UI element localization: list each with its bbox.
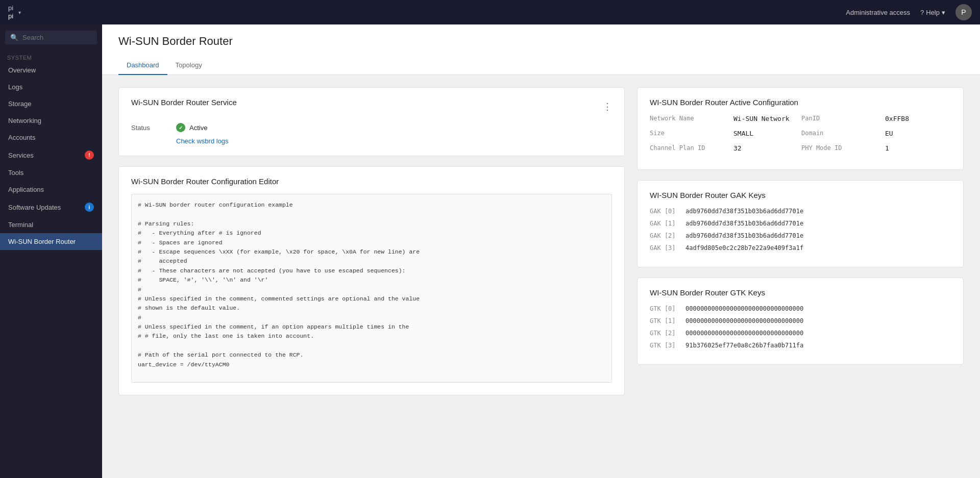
sidebar-item-label: Logs	[8, 83, 22, 91]
service-card-title: Wi-SUN Border Router Service	[131, 98, 237, 107]
gak-key-label: GAK [2]	[650, 232, 685, 239]
sidebar-item-accounts[interactable]: Accounts	[0, 129, 102, 146]
gak-key-row: GAK [3] 4adf9d805e0c2c28b7e22a9e409f3a1f	[650, 244, 951, 251]
config-editor-title: Wi-SUN Border Router Configuration Edito…	[131, 177, 612, 186]
gtk-keys-card: WI-SUN Border Router GTK Keys GTK [0] 00…	[637, 278, 964, 365]
gak-keys-title: WI-SUN Border Router GAK Keys	[650, 191, 951, 199]
config-row: Network Name Wi-SUN Network PanID 0xFFB8	[650, 115, 951, 122]
status-value: Active	[189, 124, 207, 132]
services-badge: !	[85, 150, 94, 160]
service-card-header: Wi-SUN Border Router Service ⋮	[131, 98, 612, 115]
gtk-key-row: GTK [2] 00000000000000000000000000000000	[650, 330, 951, 337]
gak-key-row: GAK [1] adb9760dd7d38f351b03b6ad6dd7701e	[650, 220, 951, 227]
gtk-key-label: GTK [0]	[650, 305, 685, 312]
config-textarea-wrapper	[131, 194, 612, 385]
gak-key-value: adb9760dd7d38f351b03b6ad6dd7701e	[685, 208, 803, 215]
help-button[interactable]: ? Help ▾	[920, 9, 945, 16]
avatar-letter: P	[961, 8, 966, 16]
tabs: Dashboard Topology	[118, 56, 964, 74]
help-icon: ?	[920, 9, 924, 16]
gtk-keys-list: GTK [0] 00000000000000000000000000000000…	[650, 305, 951, 349]
gtk-key-row: GTK [3] 91b376025ef77e0a8c26b7faa0b711fa	[650, 342, 951, 349]
sidebar-item-label: Wi-SUN Border Router	[8, 238, 76, 245]
search-input[interactable]	[22, 34, 92, 41]
gtk-key-value: 91b376025ef77e0a8c26b7faa0b711fa	[685, 342, 803, 349]
sidebar-item-label: Services	[8, 152, 34, 159]
content-body: Wi-SUN Border Router Service ⋮ Status Ac…	[102, 75, 980, 408]
sidebar-item-label: Tools	[8, 169, 23, 177]
sidebar-item-label: Terminal	[8, 221, 33, 229]
status-dot-icon	[176, 123, 185, 132]
gak-key-label: GAK [0]	[650, 208, 685, 215]
gak-key-label: GAK [1]	[650, 220, 685, 227]
help-label: Help	[926, 9, 940, 16]
config-key2: PHY Mode ID	[801, 144, 883, 152]
sidebar-item-tools[interactable]: Tools	[0, 164, 102, 181]
sidebar-item-services[interactable]: Services !	[0, 146, 102, 164]
config-key2: Domain	[801, 130, 883, 137]
gtk-key-row: GTK [0] 00000000000000000000000000000000	[650, 305, 951, 312]
sidebar-item-logs[interactable]: Logs	[0, 79, 102, 95]
gtk-key-value: 00000000000000000000000000000000	[685, 330, 803, 337]
config-value: SMALL	[733, 130, 799, 137]
sidebar-item-label: Overview	[8, 66, 36, 74]
avatar[interactable]: P	[955, 4, 972, 20]
sidebar-item-software-updates[interactable]: Software Updates i	[0, 198, 102, 216]
sidebar-item-overview[interactable]: Overview	[0, 62, 102, 79]
sidebar-section-system: System	[0, 51, 102, 62]
sidebar-item-storage[interactable]: Storage	[0, 95, 102, 112]
software-updates-badge: i	[85, 203, 94, 212]
gak-key-row: GAK [2] adb9760dd7d38f351b03b6ad6dd7701e	[650, 232, 951, 239]
gak-key-value: 4adf9d805e0c2c28b7e22a9e409f3a1f	[685, 244, 803, 251]
config-key2: PanID	[801, 115, 883, 122]
sidebar-item-networking[interactable]: Networking	[0, 112, 102, 129]
config-key: Size	[650, 130, 731, 137]
topbar: pi pi ▾ Administrative access ? Help ▾ P	[0, 0, 980, 24]
config-textarea[interactable]	[131, 194, 612, 383]
search-icon: 🔍	[10, 34, 18, 41]
config-key: Network Name	[650, 115, 731, 122]
gtk-key-label: GTK [2]	[650, 330, 685, 337]
main-content: Wi-SUN Border Router Dashboard Topology …	[102, 24, 980, 478]
service-menu-button[interactable]: ⋮	[603, 101, 612, 112]
check-logs-anchor[interactable]: Check wsbrd logs	[176, 137, 229, 145]
gak-key-value: adb9760dd7d38f351b03b6ad6dd7701e	[685, 220, 803, 227]
search-box[interactable]: 🔍	[5, 31, 97, 44]
config-row: Size SMALL Domain EU	[650, 130, 951, 137]
config-value: Wi-SUN Network	[733, 115, 799, 122]
gak-key-row: GAK [0] adb9760dd7d38f351b03b6ad6dd7701e	[650, 208, 951, 215]
active-config-card: WI-SUN Border Router Active Configuratio…	[637, 87, 964, 170]
config-row: Channel Plan ID 32 PHY Mode ID 1	[650, 144, 951, 152]
config-value2: EU	[885, 130, 951, 137]
page-header: Wi-SUN Border Router Dashboard Topology	[102, 24, 980, 75]
sidebar-item-label: Networking	[8, 117, 41, 124]
gak-keys-card: WI-SUN Border Router GAK Keys GAK [0] ad…	[637, 180, 964, 267]
gak-key-value: adb9760dd7d38f351b03b6ad6dd7701e	[685, 232, 803, 239]
service-card: Wi-SUN Border Router Service ⋮ Status Ac…	[118, 87, 625, 156]
gak-key-label: GAK [3]	[650, 244, 685, 251]
topbar-right: Administrative access ? Help ▾ P	[846, 4, 972, 20]
sidebar-item-terminal[interactable]: Terminal	[0, 216, 102, 233]
gtk-key-value: 00000000000000000000000000000000	[685, 305, 803, 312]
admin-access-label: Administrative access	[846, 9, 910, 16]
status-label: Status	[131, 124, 172, 132]
sidebar-item-label: Storage	[8, 100, 32, 108]
sidebar-item-applications[interactable]: Applications	[0, 181, 102, 198]
tab-dashboard[interactable]: Dashboard	[118, 56, 167, 75]
tab-topology[interactable]: Topology	[167, 56, 210, 75]
config-value2: 1	[885, 144, 951, 152]
left-panel: Wi-SUN Border Router Service ⋮ Status Ac…	[118, 87, 625, 395]
config-key: Channel Plan ID	[650, 144, 731, 152]
topbar-user-section[interactable]: pi pi ▾	[8, 4, 21, 20]
username: pi	[8, 12, 13, 20]
gtk-key-row: GTK [1] 00000000000000000000000000000000	[650, 317, 951, 324]
gtk-key-value: 00000000000000000000000000000000	[685, 317, 803, 324]
gtk-keys-title: WI-SUN Border Router GTK Keys	[650, 288, 951, 297]
gak-keys-list: GAK [0] adb9760dd7d38f351b03b6ad6dd7701e…	[650, 208, 951, 251]
user-short: pi	[8, 4, 13, 12]
service-status-row: Status Active	[131, 123, 612, 132]
sidebar-item-wi-sun-border-router[interactable]: Wi-SUN Border Router	[0, 233, 102, 250]
check-logs-link[interactable]: Check wsbrd logs	[131, 136, 612, 145]
config-value: 32	[733, 144, 799, 152]
active-config-title: WI-SUN Border Router Active Configuratio…	[650, 98, 951, 107]
